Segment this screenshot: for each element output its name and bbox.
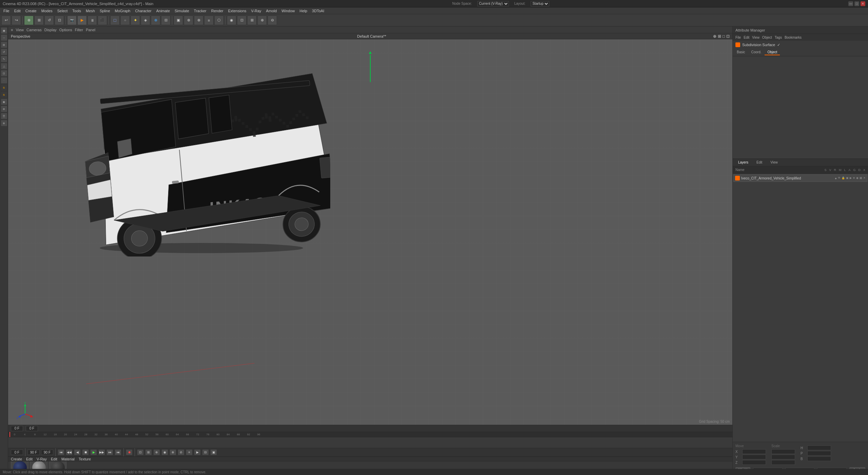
play-btn[interactable]: ▶ <box>90 449 97 455</box>
layer-icon-lock[interactable]: 🔒 <box>842 176 845 180</box>
bridge-btn[interactable]: ≡ <box>204 16 214 25</box>
viewport-view-menu[interactable]: View <box>16 28 24 32</box>
playback-mode-1[interactable]: ⊡ <box>137 449 144 455</box>
menu-extensions[interactable]: Extensions <box>226 8 249 14</box>
tool-point[interactable]: · <box>1 77 7 84</box>
playback-mode-4[interactable]: ◉ <box>161 449 168 455</box>
tool-scale[interactable]: ⊞ <box>1 41 7 48</box>
menu-tracker[interactable]: Tracker <box>192 8 209 14</box>
light-btn[interactable]: ✦ <box>131 16 140 25</box>
frame-start-input[interactable] <box>11 426 23 431</box>
scale-y-input[interactable] <box>771 455 795 459</box>
wpf-btn[interactable]: ⊖ <box>268 16 277 25</box>
boole-btn[interactable]: ⊕ <box>151 16 160 25</box>
playback-mode-3[interactable]: ⊕ <box>153 449 160 455</box>
menu-select[interactable]: Select <box>55 8 70 14</box>
layer-icon-x[interactable]: ✕ <box>863 176 866 180</box>
render-region-btn[interactable]: ⏸ <box>87 16 97 25</box>
keyframes-area[interactable] <box>8 437 732 448</box>
tool-s[interactable]: S <box>1 84 7 91</box>
menu-mesh[interactable]: Mesh <box>84 8 97 14</box>
undo-btn[interactable]: ↩ <box>1 16 11 25</box>
menu-render[interactable]: Render <box>209 8 225 14</box>
redo-btn[interactable]: ↪ <box>12 16 21 25</box>
playback-mode-2[interactable]: ⊞ <box>145 449 152 455</box>
next-frame-btn[interactable]: ⏮ <box>115 449 121 455</box>
close-btn[interactable]: ✕ <box>861 1 865 6</box>
render-frame-btn[interactable]: ⬛ <box>98 16 107 25</box>
node-space-select[interactable]: Current (V-Ray) <box>477 1 509 6</box>
total-frames-input[interactable] <box>27 450 40 455</box>
menu-vray[interactable]: V-Ray <box>249 8 263 14</box>
deformer-btn[interactable]: ◈ <box>141 16 150 25</box>
scale-z-input[interactable] <box>771 460 795 465</box>
go-end-btn[interactable]: ⏭ <box>106 449 113 455</box>
tool-s2[interactable]: S <box>1 91 7 98</box>
menu-file[interactable]: File <box>1 8 12 14</box>
viewport-options-menu[interactable]: Options <box>59 28 72 32</box>
menu-tools[interactable]: Tools <box>70 8 83 14</box>
layer-icon-eye[interactable]: ● <box>835 176 837 180</box>
viewport-cameras-menu[interactable]: Cameras <box>26 28 42 32</box>
viewport-menu-icon[interactable]: ≡ <box>11 28 13 32</box>
mat-vray[interactable]: V-Ray <box>37 457 47 461</box>
material-btn[interactable]: ⊡ <box>237 16 246 25</box>
tool-freehand[interactable]: ✎ <box>1 56 7 62</box>
layers-tab[interactable]: Layers <box>735 160 751 165</box>
layers-view-tab[interactable]: View <box>768 160 781 165</box>
total-frames2-input[interactable] <box>41 450 53 455</box>
mat-material[interactable]: Material <box>61 457 75 461</box>
menu-simulate[interactable]: Simulate <box>173 8 191 14</box>
null-btn[interactable]: ⊟ <box>161 16 171 25</box>
menu-spline[interactable]: Spline <box>98 8 112 14</box>
select-all-btn[interactable]: ⊡ <box>55 16 64 25</box>
tool-select[interactable]: ▣ <box>1 27 7 34</box>
viewport-ctrl-3[interactable]: □ <box>723 34 725 39</box>
tool-layers[interactable]: ☰ <box>1 113 7 119</box>
playback-mode-8[interactable]: ▶ <box>194 449 201 455</box>
attr-bookmarks-menu[interactable]: Bookmarks <box>785 36 802 39</box>
layer-icon-star[interactable]: ★ <box>853 176 855 180</box>
attr-object-menu[interactable]: Object <box>762 36 772 39</box>
record-btn[interactable]: ⏺ <box>126 449 133 455</box>
prev-btn[interactable]: ◀ <box>74 449 81 455</box>
playback-mode-7[interactable]: ≡ <box>186 449 193 455</box>
layout-select[interactable]: Startup <box>531 1 549 6</box>
camera-btn[interactable]: 📷 <box>67 16 77 25</box>
menu-edit[interactable]: Edit <box>12 8 23 14</box>
stop-btn[interactable]: ⏹ <box>82 449 89 455</box>
prev-frame-btn[interactable]: ◀◀ <box>66 449 73 455</box>
rotate-h-input[interactable] <box>807 445 831 450</box>
mat-texture[interactable]: Texture <box>79 457 91 461</box>
tab-object[interactable]: Object <box>765 50 780 55</box>
tool-paint[interactable]: ⊕ <box>1 106 7 112</box>
layer-icon-camera[interactable]: 👁 <box>838 176 841 180</box>
frame-end-input[interactable] <box>26 426 38 431</box>
viewport-ctrl-2[interactable]: ⊞ <box>718 34 721 39</box>
menu-arnold[interactable]: Arnold <box>264 8 279 14</box>
axis-btn[interactable]: ⊞ <box>247 16 257 25</box>
tool-move[interactable]: ↔ <box>1 34 7 41</box>
coord-z-input[interactable] <box>742 460 766 465</box>
viewport-ctrl-1[interactable]: ⊕ <box>713 34 716 39</box>
menu-modes[interactable]: Modes <box>39 8 55 14</box>
coord-x-input[interactable] <box>742 449 766 454</box>
coord-y-input[interactable] <box>742 455 766 459</box>
tool-rotate[interactable]: ↺ <box>1 49 7 55</box>
extrude-btn[interactable]: ⊕ <box>194 16 203 25</box>
tool-edge[interactable]: ⊡ <box>1 70 7 77</box>
viewport-ctrl-4[interactable]: ⊡ <box>726 34 730 39</box>
viewport-filter-menu[interactable]: Filter <box>75 28 83 32</box>
rotate-b-input[interactable] <box>807 456 831 461</box>
menu-window[interactable]: Window <box>279 8 297 14</box>
attr-tags-menu[interactable]: Tags <box>775 36 782 39</box>
viewport-display-menu[interactable]: Display <box>44 28 57 32</box>
menu-mograph[interactable]: MoGraph <box>113 8 133 14</box>
tab-basic[interactable]: Basic <box>734 50 748 55</box>
menu-character[interactable]: Character <box>133 8 153 14</box>
go-start-btn[interactable]: ⏮ <box>58 449 64 455</box>
current-frame-input[interactable] <box>11 450 23 455</box>
layer-icon-render[interactable]: ▣ <box>846 176 849 180</box>
minimize-btn[interactable]: — <box>848 1 853 6</box>
cube-btn[interactable]: □ <box>110 16 120 25</box>
